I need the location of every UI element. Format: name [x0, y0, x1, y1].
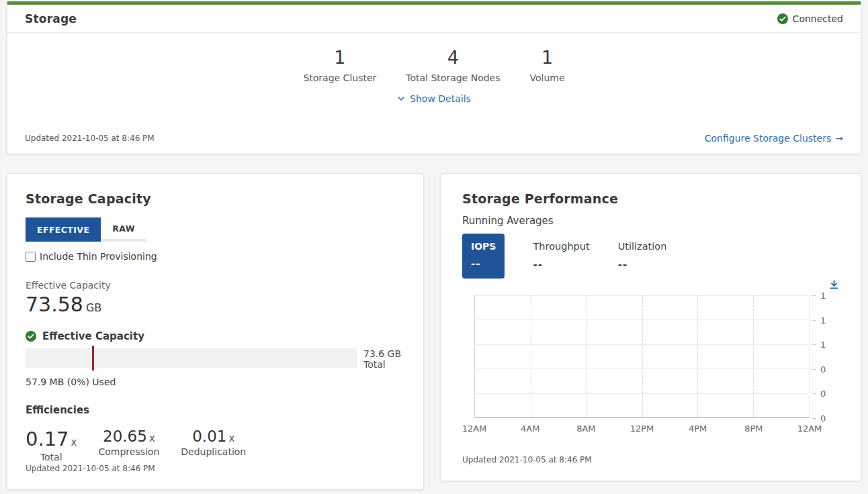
chart-gridline — [753, 295, 754, 417]
stat-value: 1 — [530, 48, 565, 68]
capacity-bar-total: 73.6 GB Total — [357, 348, 405, 370]
capacity-tabs: EFFECTIVE RAW — [26, 217, 405, 242]
efficiency-label: Deduplication — [181, 446, 246, 457]
efficiency-suffix: x — [149, 432, 155, 444]
capacity-total-value: 73.6 GB — [363, 348, 405, 359]
efficiency-label: Total — [26, 452, 77, 462]
stat-label: Storage Cluster — [303, 72, 376, 83]
performance-metric-selector: IOPS -- Throughput -- Utilization -- — [462, 234, 839, 279]
capacity-bar-track — [26, 348, 357, 368]
y-tick — [812, 344, 816, 345]
storage-performance-card: Storage Performance Running Averages IOP… — [440, 173, 861, 481]
efficiency-label: Compression — [98, 446, 159, 457]
chart-gridline — [642, 295, 643, 417]
effective-capacity-value: 73.58 GB — [26, 293, 405, 316]
stat-value: 1 — [303, 48, 376, 68]
y-tick-label: 0 — [820, 389, 826, 399]
storage-card-header: Storage Connected — [7, 5, 861, 33]
capacity-card-title: Storage Capacity — [26, 191, 405, 206]
download-chart-button[interactable] — [829, 280, 839, 292]
stat-label: Total Storage Nodes — [406, 72, 500, 83]
capacity-bar-title: Effective Capacity — [42, 330, 144, 342]
efficiency-compression: 20.65 x Compression — [98, 428, 159, 462]
metric-utilization[interactable]: Utilization -- — [618, 234, 667, 270]
storage-capacity-card: Storage Capacity EFFECTIVE RAW Include T… — [7, 173, 424, 490]
dashboard-page: Storage Connected 1 Storage Cluster 4 To… — [0, 0, 868, 490]
metric-value: -- — [618, 258, 667, 270]
tab-effective[interactable]: EFFECTIVE — [26, 217, 101, 242]
storage-overview-footer: Updated 2021-10-05 at 8:46 PM Configure … — [7, 133, 861, 154]
stat-volume: 1 Volume — [530, 48, 565, 83]
storage-overview-card: Storage Connected 1 Storage Cluster 4 To… — [7, 1, 861, 154]
capacity-bar-title-row: Effective Capacity — [26, 330, 405, 342]
efficiency-suffix: x — [228, 432, 234, 444]
metric-label: Throughput — [533, 241, 589, 252]
arrow-right-icon: → — [835, 133, 843, 144]
capacity-unit: GB — [86, 301, 101, 314]
metric-iops[interactable]: IOPS -- — [462, 234, 505, 279]
capacity-total-label: Total — [363, 359, 405, 370]
x-tick-label: 12AM — [462, 424, 487, 434]
configure-storage-clusters-link[interactable]: Configure Storage Clusters → — [705, 133, 843, 144]
chart-gridline — [697, 295, 698, 417]
capacity-updated-timestamp: Updated 2021-10-05 at 8:46 PM — [26, 464, 405, 473]
download-icon — [829, 280, 839, 290]
efficiency-deduplication: 0.01 x Deduplication — [181, 428, 246, 462]
show-details-button[interactable]: Show Details — [397, 93, 471, 104]
thin-provisioning-checkbox[interactable] — [26, 252, 36, 262]
capacity-used-label: 57.9 MB (0%) Used — [26, 377, 405, 387]
capacity-ok-check-icon — [26, 331, 36, 342]
storage-stats-row: 1 Storage Cluster 4 Total Storage Nodes … — [7, 48, 861, 83]
metric-value: -- — [471, 258, 496, 270]
y-tick — [812, 295, 816, 296]
x-tick-label: 4AM — [521, 424, 539, 434]
efficiency-value: 0.17 — [26, 428, 69, 450]
overview-updated-timestamp: Updated 2021-10-05 at 8:46 PM — [25, 134, 155, 143]
efficiency-suffix: x — [71, 436, 77, 448]
efficiencies-row: 0.17 x Total 20.65 x Compression 0.01 x — [26, 428, 405, 462]
metric-label: IOPS — [471, 241, 496, 252]
capacity-bar-row: 73.6 GB Total — [26, 348, 405, 370]
bottom-cards-row: Storage Capacity EFFECTIVE RAW Include T… — [7, 173, 861, 490]
y-tick-label: 0 — [820, 364, 826, 374]
y-tick-label: 0 — [820, 413, 826, 424]
stat-storage-cluster: 1 Storage Cluster — [303, 48, 376, 83]
configure-link-label: Configure Storage Clusters — [705, 133, 832, 144]
chart-toolbar — [462, 280, 839, 292]
y-tick-label: 1 — [820, 315, 826, 325]
x-tick-label: 8PM — [744, 424, 763, 434]
y-tick — [812, 320, 816, 321]
metric-throughput[interactable]: Throughput -- — [533, 234, 589, 270]
thin-provisioning-label: Include Thin Provisioning — [40, 251, 157, 262]
x-tick-label: 4PM — [689, 424, 707, 434]
y-tick — [812, 393, 816, 394]
chevron-down-icon — [397, 95, 405, 103]
chart-gridline — [531, 295, 531, 417]
y-tick-label: 1 — [820, 340, 826, 350]
performance-updated-timestamp: Updated 2021-10-05 at 8:46 PM — [462, 455, 839, 464]
efficiency-total: 0.17 x Total — [26, 428, 77, 462]
connected-check-icon — [777, 13, 788, 24]
x-tick-label: 8AM — [576, 424, 595, 434]
x-tick-label: 12PM — [630, 424, 654, 434]
running-averages-label: Running Averages — [462, 215, 839, 227]
y-tick-label: 1 — [820, 291, 826, 301]
y-tick — [812, 369, 816, 370]
capacity-bar-marker — [92, 346, 94, 370]
chart-y-axis: 1 1 1 0 0 0 — [812, 295, 839, 418]
y-tick — [812, 418, 816, 419]
stat-total-storage-nodes: 4 Total Storage Nodes — [406, 48, 500, 83]
show-details-label: Show Details — [410, 93, 471, 104]
chart-plot-area — [474, 295, 810, 418]
chart-gridline — [587, 295, 587, 417]
chart-x-axis: 12AM 4AM 8AM 12PM 4PM 8PM 12AM — [474, 422, 810, 434]
capacity-number: 73.58 — [26, 293, 83, 316]
efficiency-value: 0.01 — [192, 428, 226, 445]
efficiency-value: 20.65 — [103, 428, 147, 445]
tab-raw[interactable]: RAW — [101, 217, 146, 242]
storage-card-title: Storage — [25, 12, 77, 26]
performance-card-title: Storage Performance — [462, 191, 839, 206]
effective-capacity-label: Effective Capacity — [26, 280, 405, 291]
connection-status-label: Connected — [793, 13, 843, 24]
connection-status: Connected — [777, 13, 843, 24]
